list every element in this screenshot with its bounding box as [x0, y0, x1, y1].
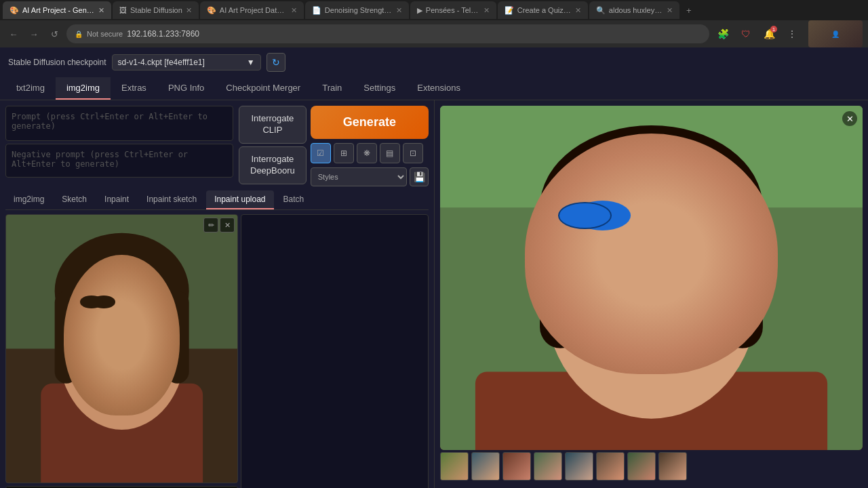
notification-button[interactable]: 🔔 1: [760, 24, 778, 43]
svg-point-30: [587, 267, 638, 300]
tab-train[interactable]: Train: [311, 77, 353, 100]
styles-select[interactable]: Styles: [311, 167, 407, 186]
style-icon-1[interactable]: ☑: [311, 143, 331, 163]
svg-point-35: [684, 278, 696, 289]
shield-button[interactable]: 🛡: [736, 24, 755, 43]
svg-point-12: [136, 333, 149, 346]
interrogate-clip-button[interactable]: Interrogate CLIP: [239, 106, 307, 144]
sub-tab-batch[interactable]: Batch: [275, 190, 313, 209]
left-panel: Interrogate CLIP Interrogate DeepBooru G…: [0, 100, 434, 488]
tab-img2img[interactable]: img2img: [56, 77, 111, 100]
forward-button[interactable]: →: [26, 26, 42, 42]
svg-point-39: [564, 310, 610, 339]
close-output-button[interactable]: ✕: [842, 111, 857, 126]
style-icon-2[interactable]: ⊞: [334, 143, 354, 163]
tab-7[interactable]: 🔍 aldous huxley - Google Se... ✕: [589, 1, 679, 19]
refresh-checkpoint-button[interactable]: ↻: [267, 53, 285, 72]
sub-tab-inpaint-sketch[interactable]: Inpaint sketch: [138, 190, 205, 209]
tab-6[interactable]: 📝 Create a Quiz Question - d... ✕: [498, 1, 588, 19]
svg-point-40: [692, 310, 739, 339]
tab-close-6[interactable]: ✕: [575, 6, 581, 15]
thumbnail-8[interactable]: [658, 452, 687, 481]
tab-txt2img[interactable]: txt2img: [5, 77, 56, 100]
svg-point-10: [129, 330, 157, 348]
tab-close-3[interactable]: ✕: [291, 6, 297, 15]
browser-right-icons: 🧩 🛡 🔔 1 ⋮: [713, 24, 802, 43]
styles-save-button[interactable]: 💾: [410, 167, 429, 186]
output-image-container: ✕: [440, 106, 863, 450]
right-controls: Interrogate CLIP Interrogate DeepBooru G…: [239, 106, 429, 186]
extensions-button[interactable]: 🧩: [713, 24, 732, 43]
edit-source-button[interactable]: ✏: [203, 218, 218, 232]
security-label: Not secure: [87, 30, 123, 38]
output-image-display: [440, 106, 863, 450]
tab-close-7[interactable]: ✕: [667, 6, 673, 15]
menu-button[interactable]: ⋮: [783, 24, 802, 43]
tab-close-1[interactable]: ✕: [98, 6, 104, 15]
thumbnail-6[interactable]: [596, 452, 625, 481]
tab-checkpoint-merger[interactable]: Checkpoint Merger: [215, 77, 311, 100]
svg-point-34: [607, 278, 618, 289]
thumbnail-4[interactable]: [534, 452, 562, 481]
back-button[interactable]: ←: [5, 26, 22, 42]
style-icon-4[interactable]: ▤: [380, 143, 400, 163]
tab-extras[interactable]: Extras: [111, 77, 157, 100]
tab-close-4[interactable]: ✕: [396, 6, 402, 15]
right-drop-zone[interactable]: [241, 214, 429, 488]
positive-prompt[interactable]: [5, 106, 233, 141]
sub-tab-inpaint[interactable]: Inpaint: [96, 190, 137, 209]
tab-4[interactable]: 📄 Denoising Strength - Trick... ✕: [305, 1, 409, 19]
thumbnail-1[interactable]: [440, 452, 469, 481]
interrogate-deepbooru-button[interactable]: Interrogate DeepBooru: [239, 146, 307, 184]
left-image-area: ✏ ✕: [5, 214, 238, 488]
address-text: 192.168.1.233:7860: [127, 29, 199, 39]
svg-rect-27: [722, 184, 763, 348]
svg-point-36: [604, 276, 611, 283]
address-bar-row: ← → ↺ 🔒 Not secure 192.168.1.233:7860 🧩 …: [0, 20, 868, 47]
negative-prompt[interactable]: [5, 144, 233, 178]
svg-point-24: [546, 184, 757, 419]
svg-rect-28: [581, 260, 646, 268]
tab-5[interactable]: ▶ Pensées - Telepathy - Y... ✕: [410, 1, 496, 19]
new-tab-button[interactable]: +: [681, 2, 697, 18]
tab-3[interactable]: 🎨 AI Art Project Data Proce... ✕: [200, 1, 304, 19]
thumbnail-3[interactable]: [502, 452, 531, 481]
reload-button[interactable]: ↺: [46, 26, 62, 42]
tab-bar: 🎨 AI Art Project - Generating... ✕ 🖼 Sta…: [0, 0, 868, 20]
tab-settings[interactable]: Settings: [353, 77, 406, 100]
tab-png-info[interactable]: PNG Info: [157, 77, 215, 100]
svg-point-4: [55, 233, 189, 349]
style-icon-5[interactable]: ⊡: [403, 143, 423, 163]
svg-rect-2: [41, 384, 203, 483]
thumbnail-7[interactable]: [627, 452, 656, 481]
style-icon-3[interactable]: ❋: [357, 143, 377, 163]
sub-tab-inpaint-upload[interactable]: Inpaint upload: [206, 190, 273, 209]
close-source-button[interactable]: ✕: [220, 218, 235, 232]
svg-point-25: [540, 125, 763, 289]
user-avatar: 👤: [808, 20, 863, 47]
thumbnail-5[interactable]: [565, 452, 593, 481]
svg-point-11: [94, 333, 108, 346]
svg-point-37: [682, 276, 688, 283]
svg-point-3: [58, 268, 186, 430]
sub-tab-img2img[interactable]: img2img: [5, 190, 52, 209]
tab-close-5[interactable]: ✕: [484, 6, 490, 15]
tab-2[interactable]: 🖼 Stable Diffusion ✕: [113, 1, 199, 19]
output-thumbnails: [440, 450, 863, 483]
svg-rect-29: [657, 260, 722, 268]
sub-tab-sketch[interactable]: Sketch: [54, 190, 95, 209]
svg-point-38: [635, 306, 667, 344]
styles-row: ☑ ⊞ ❋ ▤ ⊡: [311, 143, 429, 163]
address-bar[interactable]: 🔒 Not secure 192.168.1.233:7860: [66, 24, 709, 43]
svg-point-14: [138, 335, 143, 340]
svg-point-15: [113, 351, 131, 374]
svg-point-17: [130, 357, 133, 360]
svg-rect-8: [126, 323, 159, 328]
tab-1[interactable]: 🎨 AI Art Project - Generating... ✕: [3, 1, 111, 19]
tab-extensions[interactable]: Extensions: [406, 77, 471, 100]
generate-button[interactable]: Generate: [311, 106, 429, 139]
tab-close-2[interactable]: ✕: [186, 6, 192, 15]
thumbnail-2[interactable]: [471, 452, 500, 481]
source-image-panel[interactable]: ✏ ✕: [5, 214, 238, 483]
checkpoint-select[interactable]: sd-v1-4.ckpt [fe4efff1e1] ▼: [112, 54, 261, 70]
